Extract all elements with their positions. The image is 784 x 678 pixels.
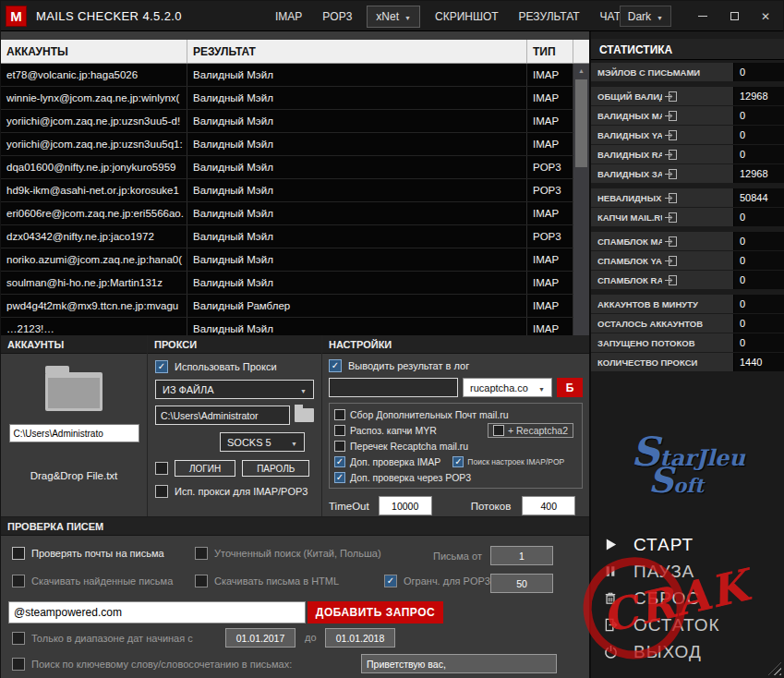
accounts-file-path[interactable]: C:\Users\Administrato — [9, 424, 139, 442]
close-button[interactable] — [750, 1, 781, 31]
power-action-button[interactable]: ВЫХОД — [591, 638, 784, 665]
proxy-panel-title: ПРОКСИ — [148, 335, 321, 354]
date-to-input[interactable] — [325, 628, 395, 648]
table-row[interactable]: …2123!…Валидный МэйлIMAP — [1, 318, 589, 335]
option-extra-checkbox[interactable] — [452, 456, 464, 467]
export-icon[interactable] — [665, 91, 730, 102]
proxy-type-value: SOCKS 5 — [227, 437, 271, 448]
menu-item-результат[interactable]: РЕЗУЛЬТАТ — [509, 1, 590, 31]
table-row[interactable]: dqa01600@nifty.ne.jp:jonykuro5959Валидны… — [1, 156, 589, 179]
column-header-type[interactable]: ТИП — [527, 40, 573, 63]
export-action-button[interactable]: ОСТАТОК — [591, 611, 784, 638]
proxy-imap-pop3-checkbox[interactable] — [155, 485, 168, 498]
table-row[interactable]: eri0606re@jcom.zaq.ne.jp:eri5566ao.Валид… — [1, 202, 589, 225]
table-header: АККАУНТЫ РЕЗУЛЬТАТ ТИП — [1, 40, 589, 64]
table-row[interactable]: winnie-lynx@jcom.zaq.ne.jp:winlynx(Валид… — [1, 87, 589, 110]
option-extra-checkbox[interactable] — [493, 425, 504, 436]
refined-search-checkbox[interactable] — [195, 547, 208, 560]
use-proxy-checkbox[interactable] — [155, 360, 168, 373]
column-header-accounts[interactable]: АККАУНТЫ — [1, 40, 187, 63]
date-from-input[interactable] — [225, 628, 296, 648]
table-row[interactable]: dzx04342@nifty.ne.jp:jaco1972Валидный Мэ… — [1, 225, 589, 248]
proxy-source-dropdown[interactable]: ИЗ ФАЙЛА — [155, 380, 314, 399]
timeout-label: TimeOut — [329, 501, 369, 512]
column-header-result[interactable]: РЕЗУЛЬТАТ — [187, 40, 527, 63]
export-icon[interactable] — [665, 111, 730, 121]
proxy-type-dropdown[interactable]: SOCKS 5 — [220, 432, 305, 452]
export-icon[interactable] — [665, 275, 730, 285]
export-icon[interactable] — [665, 169, 730, 179]
scroll-up-icon[interactable] — [573, 64, 589, 78]
table-scrollbar[interactable] — [573, 64, 589, 335]
cell-type: IMAP — [527, 87, 573, 109]
stat-label: СПАМБЛОК YANDEX.RU — [591, 251, 733, 270]
export-icon[interactable] — [665, 256, 730, 266]
cell-type: IMAP — [527, 202, 573, 224]
menu-item-pop3[interactable]: POP3 — [312, 1, 362, 31]
table-body: et78@volcanic.jp:haga5026Валидный МэйлIM… — [1, 64, 589, 335]
pop3-limit-input[interactable] — [490, 574, 553, 593]
captcha-key-input[interactable] — [329, 378, 458, 397]
letters-check-panel: ПРОВЕРКА ПИСЕМ Проверять почты на письма… — [1, 516, 589, 678]
keyword-search-checkbox[interactable] — [12, 658, 25, 671]
theme-selector[interactable]: Dark — [620, 6, 671, 27]
folder-browse-icon[interactable] — [295, 408, 314, 422]
download-html-checkbox[interactable] — [195, 575, 208, 587]
action-buttons: СТАРТПАУЗАСБРОСОСТАТОКВЫХОД — [591, 531, 784, 665]
maximize-button[interactable] — [718, 1, 750, 31]
date-range-checkbox[interactable] — [12, 632, 25, 645]
trash-action-button[interactable]: СБРОС — [591, 585, 784, 611]
option-checkbox[interactable] — [334, 409, 345, 420]
option-label: Доп. проверка через POP3 — [350, 472, 471, 483]
option-checkbox[interactable] — [334, 472, 345, 483]
option-checkbox[interactable] — [334, 441, 345, 452]
table-row[interactable]: yoriichi@jcom.zaq.ne.jp:uzsn3uu5q1:Валид… — [1, 133, 589, 156]
scrollbar-thumb[interactable] — [575, 79, 587, 167]
proxy-source-value: ИЗ ФАЙЛА — [163, 384, 214, 395]
menu-item-imap[interactable]: IMAP — [265, 1, 312, 31]
cell-result: Валидный Мэйл — [187, 225, 527, 248]
export-icon[interactable] — [665, 212, 730, 223]
pop3-limit-checkbox[interactable] — [384, 575, 397, 587]
keyword-input[interactable] — [361, 654, 557, 673]
timeout-input[interactable] — [379, 496, 432, 515]
download-found-checkbox[interactable] — [12, 575, 25, 587]
cell-result: Валидный Мэйл — [187, 64, 527, 86]
minimize-button[interactable] — [687, 1, 718, 31]
log-output-checkbox[interactable] — [329, 359, 342, 372]
letters-from-input[interactable] — [490, 546, 553, 565]
folder-icon[interactable] — [45, 372, 103, 411]
cell-type: IMAP — [527, 272, 573, 294]
add-query-button[interactable]: ДОБАВИТЬ ЗАПРОС — [308, 601, 443, 624]
table-row[interactable]: hd9k-ikm@asahi-net.or.jp:korosuke1Валидн… — [1, 179, 589, 202]
menu-item-xnet[interactable]: xNet — [367, 6, 420, 28]
play-action-button[interactable]: СТАРТ — [591, 531, 784, 558]
stat-label: ОБЩИЙ ВАЛИД — [591, 87, 733, 105]
table-row[interactable]: yoriichi@jcom.zaq.ne.jp:uzsn3uu5-d!Валид… — [1, 110, 589, 133]
table-row[interactable]: soulman@hi-ho.ne.jp:Martin131zВалидный М… — [1, 272, 589, 295]
login-button[interactable]: ЛОГИН — [175, 460, 235, 477]
option-checkbox[interactable] — [334, 456, 345, 467]
export-icon[interactable] — [665, 150, 730, 160]
stat-row: ОСТАЛОСЬ АККАУНТОВ0 — [591, 314, 784, 333]
password-button[interactable]: ПАРОЛЬ — [242, 460, 309, 477]
captcha-service-dropdown[interactable]: rucaptcha.co — [463, 378, 552, 397]
export-icon[interactable] — [665, 193, 730, 203]
table-row[interactable]: pwd4g4t2mk@mx9.ttcn.ne.jp:mvaguВалидный … — [1, 295, 589, 318]
balance-button[interactable]: Б — [557, 378, 583, 397]
check-mail-checkbox[interactable] — [12, 547, 25, 560]
query-input[interactable] — [8, 601, 306, 624]
export-icon[interactable] — [665, 130, 730, 140]
threads-input[interactable] — [522, 496, 575, 515]
export-icon[interactable] — [665, 236, 730, 247]
proxy-imap-pop3-row: Исп. прокси для IMAP/POP3 — [155, 485, 314, 498]
pause-action-button[interactable]: ПАУЗА — [591, 558, 784, 585]
table-row[interactable]: et78@volcanic.jp:haga5026Валидный МэйлIM… — [1, 64, 589, 87]
menu-item-скриншот[interactable]: СКРИНШОТ — [425, 1, 509, 31]
stat-value: 0 — [733, 251, 784, 270]
table-row[interactable]: noriko.azumi@jcom.zaq.ne.jp:hana0(Валидн… — [1, 248, 589, 272]
proxy-path-input[interactable] — [155, 406, 290, 425]
option-checkbox[interactable] — [334, 425, 345, 436]
proxy-auth-checkbox[interactable] — [155, 462, 168, 475]
settings-panel-title: НАСТРОЙКИ — [322, 335, 589, 354]
